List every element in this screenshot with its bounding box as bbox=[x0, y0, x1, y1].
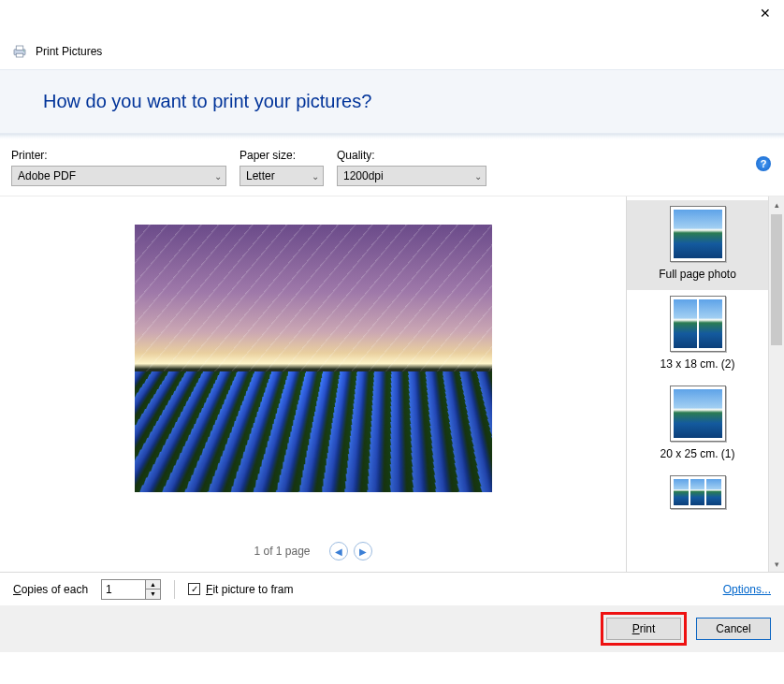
preview-image bbox=[135, 225, 492, 492]
quality-label: Quality: bbox=[337, 149, 486, 162]
quality-value: 1200dpi bbox=[343, 169, 384, 182]
layout-list[interactable]: Full page photo 13 x 18 cm. (2) 20 x 25 … bbox=[627, 196, 768, 572]
copies-up-button[interactable]: ▲ bbox=[146, 580, 160, 590]
print-button[interactable]: Print bbox=[606, 618, 681, 640]
help-icon[interactable]: ? bbox=[756, 156, 771, 171]
copies-down-button[interactable]: ▼ bbox=[146, 589, 160, 599]
window-header: Print Pictures bbox=[0, 37, 784, 69]
pager-text: 1 of 1 page bbox=[254, 545, 310, 558]
layout-item-20x25[interactable]: 20 x 25 cm. (1) bbox=[627, 380, 768, 470]
paper-size-value: Letter bbox=[246, 169, 275, 182]
paper-size-label: Paper size: bbox=[240, 149, 324, 162]
svg-point-3 bbox=[23, 51, 24, 51]
layout-thumb bbox=[670, 296, 726, 352]
prompt-text: How do you want to print your pictures? bbox=[43, 91, 773, 112]
layout-item-13x18[interactable]: 13 x 18 cm. (2) bbox=[627, 290, 768, 380]
chevron-down-icon: ⌄ bbox=[214, 171, 222, 182]
quality-select[interactable]: 1200dpi ⌄ bbox=[337, 166, 486, 186]
paper-size-select[interactable]: Letter ⌄ bbox=[240, 166, 324, 186]
prev-page-button[interactable]: ◀ bbox=[329, 542, 348, 560]
printer-label: Printer: bbox=[11, 149, 226, 162]
checkbox-icon: ✓ bbox=[188, 583, 200, 595]
print-button-highlight: Print bbox=[601, 612, 687, 646]
scroll-thumb[interactable] bbox=[771, 214, 782, 345]
printer-select[interactable]: Adobe PDF ⌄ bbox=[11, 166, 226, 186]
split-area: 1 of 1 page ◀ ▶ Full page photo 13 x 18 … bbox=[0, 196, 784, 572]
layout-thumb bbox=[670, 386, 726, 442]
fit-picture-checkbox[interactable]: ✓ Fit picture to fram bbox=[188, 583, 293, 596]
layout-item-partial[interactable] bbox=[627, 470, 768, 524]
svg-rect-1 bbox=[16, 46, 23, 51]
print-options-row: Printer: Adobe PDF ⌄ Paper size: Letter … bbox=[0, 139, 784, 186]
window-title: Print Pictures bbox=[36, 45, 102, 58]
titlebar: ✕ bbox=[0, 0, 784, 37]
preview-pane: 1 of 1 page ◀ ▶ bbox=[0, 196, 627, 572]
pager: 1 of 1 page ◀ ▶ bbox=[254, 542, 371, 560]
next-page-button[interactable]: ▶ bbox=[354, 542, 372, 560]
copies-spinner[interactable]: ▲ ▼ bbox=[101, 579, 161, 600]
layout-thumb bbox=[670, 475, 726, 509]
layout-label: 13 x 18 cm. (2) bbox=[631, 357, 764, 371]
svg-rect-2 bbox=[16, 53, 23, 57]
help-glyph: ? bbox=[761, 158, 767, 169]
copies-input[interactable] bbox=[102, 580, 145, 599]
divider bbox=[174, 580, 175, 599]
action-bar: Print Cancel bbox=[0, 605, 784, 652]
chevron-down-icon: ⌄ bbox=[312, 171, 319, 182]
close-icon[interactable]: ✕ bbox=[754, 4, 777, 22]
layout-pane: Full page photo 13 x 18 cm. (2) 20 x 25 … bbox=[627, 196, 784, 572]
cancel-button[interactable]: Cancel bbox=[696, 618, 771, 640]
printer-icon bbox=[11, 43, 28, 60]
scroll-down-icon[interactable]: ▾ bbox=[769, 556, 784, 572]
prompt-band: How do you want to print your pictures? bbox=[0, 69, 784, 134]
scroll-up-icon[interactable]: ▴ bbox=[769, 196, 784, 212]
layout-scrollbar[interactable]: ▴ ▾ bbox=[768, 196, 784, 572]
bottom-bar: Copies of each ▲ ▼ ✓ Fit picture to fram… bbox=[0, 572, 784, 605]
layout-thumb bbox=[670, 206, 726, 262]
layout-label: Full page photo bbox=[631, 268, 764, 281]
copies-label: Copies of each bbox=[13, 583, 88, 596]
layout-item-full-page[interactable]: Full page photo bbox=[627, 200, 768, 290]
printer-value: Adobe PDF bbox=[18, 169, 76, 182]
chevron-down-icon: ⌄ bbox=[474, 171, 482, 182]
layout-label: 20 x 25 cm. (1) bbox=[631, 447, 764, 460]
options-link[interactable]: Options... bbox=[723, 583, 771, 596]
fit-picture-label: Fit picture to fram bbox=[206, 583, 293, 596]
